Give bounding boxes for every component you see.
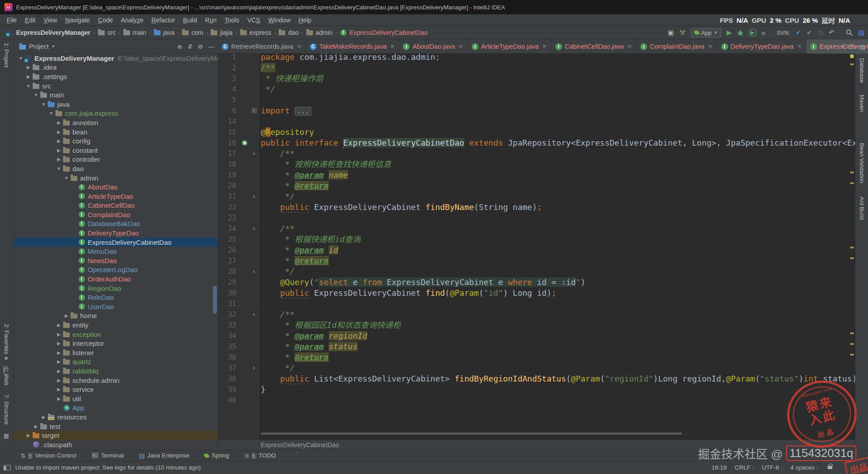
tree-item-controller[interactable]: ▶controller [13, 155, 218, 164]
tree-expand-arrow[interactable]: ▶ [55, 341, 63, 346]
tree-expand-arrow[interactable]: ▶ [55, 378, 63, 383]
encoding-widget[interactable]: UTF-8 : [762, 464, 783, 471]
code-editor[interactable]: 1package com.jiajia.express.dao.admin;2/… [218, 54, 855, 450]
tree-item-rabbitMq[interactable]: ▶rabbitMq [13, 366, 218, 376]
error-stripe[interactable] [849, 54, 855, 440]
tree-expand-arrow[interactable]: ▶ [55, 350, 63, 355]
tree-item-RegionDao[interactable]: IRegionDao [13, 284, 218, 293]
tree-item-resources[interactable]: ▶resources [13, 412, 218, 422]
menu-item-analyze[interactable]: Analyze [117, 17, 148, 24]
menu-item-file[interactable]: File [3, 17, 21, 24]
tree-item-DeliveryTypeDao[interactable]: IDeliveryTypeDao [13, 228, 218, 238]
tree-expand-arrow[interactable]: ▶ [55, 130, 63, 134]
tree-item-OrderAuthDao[interactable]: IOrderAuthDao [13, 274, 218, 284]
tree-item-exception[interactable]: ▶exception [13, 330, 218, 339]
breadcrumb-item-src[interactable]: src [97, 29, 116, 36]
tree-item-config[interactable]: ▶config [13, 136, 218, 146]
hide-panel-icon[interactable]: — [208, 43, 214, 50]
fold-marker-icon[interactable]: ∨ [249, 309, 259, 320]
tree-item-ArticleTypeDao[interactable]: IArticleTypeDao [13, 192, 218, 201]
tool-window-button-9-Version-Control[interactable]: ⇅9: Version Control [21, 452, 76, 459]
tree-expand-arrow[interactable]: ▼ [47, 111, 55, 116]
tab-DeliveryTypeDao.java[interactable]: IDeliveryTypeDao.java✕ [717, 39, 806, 54]
tree-expand-arrow[interactable]: ▶ [25, 74, 32, 79]
tree-item-RoleDao[interactable]: IRoleDao [13, 293, 218, 302]
fold-marker-icon[interactable]: ∧ [249, 266, 259, 277]
history-clock-icon[interactable]: ◷ [817, 29, 823, 37]
tab-close-icon[interactable]: ✕ [797, 43, 802, 50]
run-config-selector[interactable]: App ▼ [691, 28, 721, 38]
tree-expand-arrow[interactable]: ▼ [63, 176, 70, 180]
tree-expand-arrow[interactable]: ▶ [55, 148, 63, 153]
tab-RetrieveRecords.java[interactable]: CRetrieveRecords.java✕ [218, 39, 306, 54]
tree-expand-arrow[interactable]: ▶ [55, 359, 63, 364]
tool-button-7-Structure[interactable]: 7: Structure [3, 394, 10, 424]
minimize-button[interactable] [806, 0, 827, 14]
tree-expand-arrow[interactable]: ▶ [55, 323, 63, 327]
tool-button-Ant-Build[interactable]: Ant Build [859, 197, 865, 220]
breadcrumb-item-express[interactable]: express [240, 29, 271, 36]
tree-item-AboutDao[interactable]: IAboutDao [13, 182, 218, 192]
tree-expand-arrow[interactable]: ▶ [55, 369, 63, 373]
tab-CabinetCellDao.java[interactable]: ICabinetCellDao.java✕ [551, 39, 636, 54]
menu-item-tools[interactable]: Tools [220, 17, 243, 24]
tab-close-icon[interactable]: ✕ [627, 43, 632, 50]
tool-button-Bean-Validation[interactable]: Bean Validation [859, 143, 865, 183]
tree-expand-arrow[interactable]: ▶ [25, 433, 32, 438]
tree-item-test[interactable]: ▶test [13, 422, 218, 431]
tool-window-button-Terminal[interactable]: >_Terminal [92, 452, 124, 459]
run-with-coverage-button[interactable]: ▶ [749, 29, 756, 36]
split-editor-icon[interactable]: ▥ [860, 43, 865, 50]
tree-expand-arrow[interactable]: ▼ [32, 92, 40, 97]
tree-item-bean[interactable]: ▶bean [13, 127, 218, 137]
breadcrumb-item-ExpressDeliveryCabinetDao[interactable]: IExpressDeliveryCabinetDao [339, 29, 428, 36]
tree-item-com.jiajia.express[interactable]: ▼com.jiajia.express [13, 109, 218, 118]
tabs-dropdown-icon[interactable]: ▼ [841, 44, 845, 49]
menu-item-navigate[interactable]: Navigate [61, 17, 94, 24]
tree-expand-arrow[interactable]: ▼ [25, 84, 32, 88]
tree-item-dao[interactable]: ▼dao [13, 164, 218, 173]
tab-AboutDao.java[interactable]: IAboutDao.java✕ [399, 39, 467, 54]
breadcrumb-item-com[interactable]: com [182, 29, 203, 36]
tree-item-App[interactable]: App [13, 403, 218, 413]
tree-item-admin[interactable]: ▼admin [13, 173, 218, 183]
status-message[interactable]: Unable to import maven project: See logs… [15, 464, 201, 471]
menu-item-window[interactable]: Window [264, 17, 295, 24]
tree-expand-arrow[interactable]: ▶ [55, 157, 63, 162]
tree-item-util[interactable]: ▶util [13, 394, 218, 403]
tree-item-home[interactable]: ▶home [13, 311, 218, 321]
project-panel-header[interactable]: Project ▼ ⊕⇵⚙— [13, 39, 218, 54]
breadcrumb-item-jiajia[interactable]: jiajia [210, 29, 233, 36]
fold-marker-icon[interactable]: ∧ [249, 191, 259, 202]
spring-bean-gutter-icon[interactable] [240, 138, 249, 148]
menu-item-edit[interactable]: Edit [21, 17, 40, 24]
tree-scrollbar[interactable] [213, 286, 217, 314]
tree-item-quartz[interactable]: ▶quartz [13, 357, 218, 367]
tool-button-icon[interactable]: ▦ [4, 432, 9, 440]
tab-close-icon[interactable]: ✕ [390, 43, 394, 50]
breadcrumb-item-dao[interactable]: dao [278, 29, 298, 36]
tree-expand-arrow[interactable]: ▶ [25, 65, 32, 70]
tree-item-schedule.admin[interactable]: ▶schedule.admin [13, 376, 218, 385]
tool-button-2-Favorites[interactable]: 2: Favorites [3, 324, 10, 354]
tool-button-1-Project[interactable]: 1: Project [3, 43, 10, 67]
tab-TakeMakeRecords.java[interactable]: CTakeMakeRecords.java✕ [306, 39, 399, 54]
tree-expand-arrow[interactable]: ▶ [63, 313, 70, 318]
tool-button-Database[interactable]: Database [859, 58, 865, 83]
indent-widget[interactable]: 4 spaces : [790, 464, 818, 471]
tree-expand-arrow[interactable]: ▼ [17, 56, 25, 61]
tab-ComplaintDao.java[interactable]: IComplaintDao.java✕ [636, 39, 717, 54]
restore-button[interactable] [827, 0, 847, 14]
search-everywhere-icon[interactable] [846, 29, 853, 36]
tool-button-Maven[interactable]: Maven [859, 95, 865, 112]
project-structure-icon[interactable]: ▤ [858, 29, 864, 37]
debug-button[interactable] [737, 29, 744, 36]
menu-item-refactor[interactable]: Refactor [147, 17, 179, 24]
tree-expand-arrow[interactable]: ▶ [55, 138, 63, 143]
chevron-down-icon[interactable]: ▼ [51, 44, 55, 49]
menu-item-run[interactable]: Run [201, 17, 221, 24]
horizontal-scrollbar[interactable] [261, 432, 846, 436]
tab-close-icon[interactable]: ✕ [708, 43, 712, 50]
stop-button[interactable]: ■ [762, 29, 766, 37]
tree-item-main[interactable]: ▼main [13, 90, 218, 100]
